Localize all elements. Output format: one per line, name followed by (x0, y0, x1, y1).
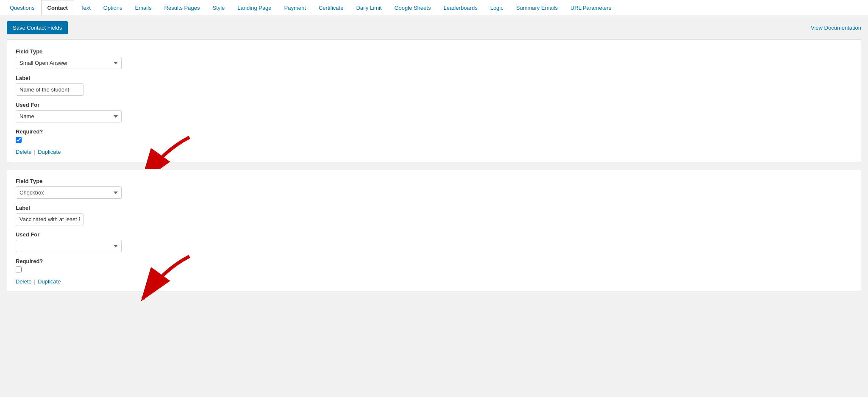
field-type-group-1: Field Type Small Open Answer Large Open … (16, 48, 852, 69)
used-for-select-2[interactable]: Name Email Phone Address City State Zip … (16, 240, 122, 252)
field-actions-2: Delete | Duplicate (16, 278, 852, 285)
field-card-2: Field Type Small Open Answer Large Open … (7, 169, 861, 292)
required-checkbox-1[interactable] (16, 137, 22, 143)
tab-text[interactable]: Text (74, 0, 97, 15)
tab-options[interactable]: Options (97, 0, 129, 15)
field-actions-1: Delete | Duplicate (16, 149, 852, 155)
field-type-group-2: Field Type Small Open Answer Large Open … (16, 178, 852, 199)
field-type-select-2[interactable]: Small Open Answer Large Open Answer Chec… (16, 186, 122, 199)
view-documentation-link[interactable]: View Documentation (811, 25, 861, 31)
tab-logic[interactable]: Logic (484, 0, 510, 15)
required-group-1: Required? (16, 128, 852, 143)
tab-questions[interactable]: Questions (3, 0, 41, 15)
label-group-2: Label (16, 205, 852, 225)
field-card-1: Field Type Small Open Answer Large Open … (7, 39, 861, 162)
required-checkbox-group-2 (16, 267, 852, 272)
nav-tabs: Questions Contact Text Options Emails Re… (0, 0, 868, 15)
tab-payment[interactable]: Payment (278, 0, 312, 15)
required-checkbox-group-1 (16, 137, 852, 143)
tab-style[interactable]: Style (206, 0, 231, 15)
required-group-2: Required? (16, 258, 852, 272)
content-area: Field Type Small Open Answer Large Open … (0, 39, 868, 305)
label-group-1: Label (16, 75, 852, 96)
label-input-1[interactable] (16, 83, 83, 96)
separator-2: | (34, 278, 37, 285)
separator-1: | (34, 149, 37, 155)
tab-certificate[interactable]: Certificate (312, 0, 350, 15)
field-type-label-1: Field Type (16, 48, 852, 55)
label-label-2: Label (16, 205, 852, 211)
used-for-group-2: Used For Name Email Phone Address City S… (16, 231, 852, 252)
required-label-2: Required? (16, 258, 852, 264)
delete-link-2[interactable]: Delete (16, 278, 32, 285)
used-for-group-1: Used For Name Email Phone Address City S… (16, 102, 852, 122)
tab-google-sheets[interactable]: Google Sheets (388, 0, 437, 15)
tab-daily-limit[interactable]: Daily Limit (350, 0, 388, 15)
required-label-1: Required? (16, 128, 852, 135)
tab-url-parameters[interactable]: URL Parameters (564, 0, 618, 15)
duplicate-link-1[interactable]: Duplicate (38, 149, 61, 155)
delete-link-1[interactable]: Delete (16, 149, 32, 155)
used-for-label-2: Used For (16, 231, 852, 238)
tab-leaderboards[interactable]: Leaderboards (437, 0, 484, 15)
used-for-label-1: Used For (16, 102, 852, 108)
toolbar: Save Contact Fields View Documentation (0, 15, 868, 39)
save-contact-fields-button[interactable]: Save Contact Fields (7, 21, 68, 34)
field-type-select-1[interactable]: Small Open Answer Large Open Answer Chec… (16, 57, 122, 69)
tab-results-pages[interactable]: Results Pages (158, 0, 206, 15)
label-input-2[interactable] (16, 213, 83, 225)
field-type-label-2: Field Type (16, 178, 852, 184)
tab-summary-emails[interactable]: Summary Emails (510, 0, 564, 15)
tab-contact[interactable]: Contact (41, 0, 74, 15)
tab-emails[interactable]: Emails (129, 0, 158, 15)
label-label-1: Label (16, 75, 852, 81)
used-for-select-1[interactable]: Name Email Phone Address City State Zip … (16, 110, 122, 122)
required-checkbox-2[interactable] (16, 267, 22, 272)
duplicate-link-2[interactable]: Duplicate (38, 278, 61, 285)
tab-landing-page[interactable]: Landing Page (231, 0, 278, 15)
